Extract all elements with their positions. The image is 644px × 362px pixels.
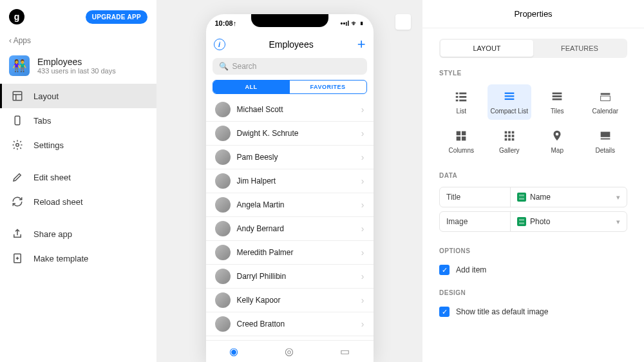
tab-favorites[interactable]: FAVORITES xyxy=(290,81,366,93)
data-value: Name xyxy=(530,193,551,202)
nav-label: Edit sheet xyxy=(33,173,71,182)
checkbox-icon: ✓ xyxy=(439,265,450,275)
list-item[interactable]: Kelly Kapoor› xyxy=(206,289,374,312)
svg-rect-27 xyxy=(511,135,514,137)
data-binding-row[interactable]: TitleName▾ xyxy=(439,187,627,207)
option-add-item[interactable]: ✓ Add item xyxy=(439,262,627,278)
add-button[interactable]: + xyxy=(357,36,366,53)
nav-reload-sheet[interactable]: Reload sheet xyxy=(0,189,156,214)
list-item[interactable]: Pam Beesly› xyxy=(206,146,374,169)
app-header[interactable]: 👫 Employees 433 users in last 30 days xyxy=(0,50,156,84)
chevron-down-icon: ▾ xyxy=(616,218,620,226)
style-icon xyxy=(454,129,468,143)
style-label: Gallery xyxy=(499,147,520,154)
nav-label: Make template xyxy=(33,254,88,263)
svg-rect-25 xyxy=(504,135,507,137)
employee-list: Michael Scott›Dwight K. Schrute›Pam Bees… xyxy=(206,98,374,340)
style-option-tiles[interactable]: Tiles xyxy=(535,84,580,120)
style-icon xyxy=(454,90,468,104)
nav-icon-3[interactable]: ▭ xyxy=(340,345,350,357)
section-options: OPTIONS xyxy=(439,247,627,254)
nav-icon-1[interactable]: ◉ xyxy=(229,345,238,357)
list-item[interactable]: Creed Bratton› xyxy=(206,312,374,336)
svg-point-2 xyxy=(16,144,19,147)
tab-all[interactable]: ALL xyxy=(213,81,290,93)
style-option-calendar[interactable]: Calendar xyxy=(583,84,628,120)
upgrade-button[interactable]: UPGRADE APP xyxy=(86,10,147,24)
svg-rect-30 xyxy=(511,138,514,141)
style-option-details[interactable]: Details xyxy=(583,124,628,159)
option-label: Add item xyxy=(456,265,486,274)
chevron-right-icon: › xyxy=(361,224,365,234)
nav-icon-2[interactable]: ◎ xyxy=(285,345,294,357)
screen-title: Employees xyxy=(269,39,313,50)
svg-rect-26 xyxy=(508,135,511,137)
platform-toggle[interactable] xyxy=(395,14,411,30)
style-option-columns[interactable]: Columns xyxy=(439,124,484,159)
svg-rect-20 xyxy=(457,137,460,140)
style-label: Details xyxy=(595,147,615,154)
sheets-icon xyxy=(517,193,526,202)
avatar xyxy=(215,173,231,189)
data-key: Image xyxy=(440,212,511,231)
style-label: List xyxy=(456,108,466,115)
nav-settings[interactable]: Settings xyxy=(0,133,156,157)
person-name: Michael Scott xyxy=(237,105,355,114)
list-item[interactable]: Jim Halpert› xyxy=(206,169,374,193)
list-item[interactable]: Andy Bernard› xyxy=(206,217,374,241)
back-to-apps-link[interactable]: ‹ Apps xyxy=(0,31,156,50)
tab-layout[interactable]: LAYOUT xyxy=(440,40,533,57)
list-item[interactable]: Angela Martin› xyxy=(206,193,374,217)
list-item[interactable]: Meredith Palmer› xyxy=(206,241,374,265)
chevron-right-icon: › xyxy=(361,152,365,162)
preview-area: 10:08↑ ••ıl ᯤ ▮ i Employees + 🔍 Search A… xyxy=(156,0,422,362)
svg-rect-15 xyxy=(553,99,562,100)
style-icon xyxy=(502,90,516,104)
person-name: Meredith Palmer xyxy=(237,248,355,257)
list-item[interactable]: Dwight K. Schrute› xyxy=(206,122,374,146)
style-icon xyxy=(598,90,612,104)
app-icon: 👫 xyxy=(9,55,30,76)
avatar xyxy=(215,102,231,117)
checkbox-icon: ✓ xyxy=(439,307,450,317)
svg-rect-24 xyxy=(511,131,514,134)
svg-rect-16 xyxy=(600,93,610,95)
list-item[interactable]: Darryl Phillibin› xyxy=(206,265,374,289)
person-name: Andy Bernard xyxy=(237,224,355,233)
style-icon xyxy=(550,90,564,104)
style-option-compact-list[interactable]: Compact List xyxy=(488,84,532,120)
style-label: Calendar xyxy=(592,108,618,115)
chevron-right-icon: › xyxy=(361,200,365,210)
svg-rect-18 xyxy=(457,131,460,135)
svg-rect-8 xyxy=(456,100,459,102)
style-icon xyxy=(598,129,612,143)
nav-edit-sheet[interactable]: Edit sheet xyxy=(0,165,156,189)
nav-make-template[interactable]: Make template xyxy=(0,246,156,271)
style-icon xyxy=(502,129,516,143)
device-icon xyxy=(12,115,23,126)
tab-features[interactable]: FEATURES xyxy=(533,40,626,57)
style-option-map[interactable]: Map xyxy=(535,124,580,159)
option-show-title[interactable]: ✓ Show title as default image xyxy=(439,304,627,319)
nav-share-app[interactable]: Share app xyxy=(0,222,156,246)
gear-icon xyxy=(12,139,23,151)
pencil-icon xyxy=(12,171,23,183)
nav-layout[interactable]: Layout xyxy=(0,84,156,108)
svg-rect-1 xyxy=(15,116,20,125)
nav-tabs[interactable]: Tabs xyxy=(0,108,156,133)
nav-label: Share app xyxy=(33,229,72,239)
search-placeholder: Search xyxy=(232,62,257,71)
phone-notch xyxy=(251,14,328,27)
style-option-gallery[interactable]: Gallery xyxy=(488,124,532,159)
left-sidebar: g UPGRADE APP ‹ Apps 👫 Employees 433 use… xyxy=(0,0,156,362)
layout-icon xyxy=(12,90,23,102)
data-binding-row[interactable]: ImagePhoto▾ xyxy=(439,211,627,232)
status-time: 10:08↑ xyxy=(215,19,237,27)
style-option-list[interactable]: List xyxy=(439,84,484,120)
reload-icon xyxy=(12,196,23,207)
info-icon[interactable]: i xyxy=(214,39,225,50)
list-item[interactable]: Michael Scott› xyxy=(206,98,374,122)
search-input[interactable]: 🔍 Search xyxy=(213,58,367,75)
data-value: Photo xyxy=(530,217,550,226)
style-label: Columns xyxy=(449,147,474,154)
